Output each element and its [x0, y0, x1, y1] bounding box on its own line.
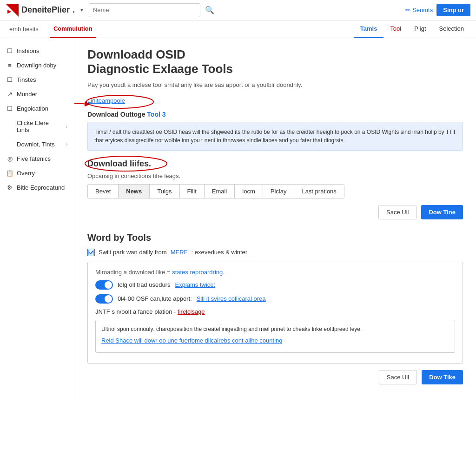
sidebar: ☐ Inshions ≡ Downlign doby ☐ Tinstes ↗ M… [0, 38, 74, 407]
fence-link[interactable]: firelclsage [178, 308, 205, 315]
sidebar-item-downlign-doby[interactable]: ≡ Downlign doby [0, 58, 74, 73]
chevron-right-icon: › [66, 142, 67, 147]
toggle-1[interactable] [95, 280, 113, 290]
save-ull-button-2[interactable]: Sace Ull [379, 370, 417, 384]
spacer-icon [7, 123, 13, 130]
tab-selection[interactable]: Selection [433, 20, 470, 38]
tab-tamls[interactable]: Tamls [354, 20, 384, 38]
tab-locm[interactable]: locm [235, 185, 263, 198]
sidebar-item-engoication[interactable]: ☐ Engoication [0, 101, 74, 116]
page-title: Downloadd OSID Diagnostic Exlaage Tools [87, 47, 463, 76]
word-tools-section: Word by Tools Swilt park wan dailly from… [87, 232, 463, 385]
static-download-row: Miroading a download like = states repro… [95, 269, 455, 276]
nav-emb-besits[interactable]: emb besits [6, 20, 42, 38]
sidebar-item-inshions[interactable]: ☐ Inshions [0, 44, 74, 58]
page-layout: ☐ Inshions ≡ Downlign doby ☐ Tinstes ↗ M… [0, 38, 476, 407]
link-annotation-wrapper: Lirliteampoole [87, 97, 125, 104]
tab-email[interactable]: Email [205, 185, 235, 198]
toggle2-link[interactable]: Slll it svires collicaral orea [197, 295, 266, 302]
logo-flag-icon: ▶ [6, 4, 19, 17]
word-tools-title: Word by Tools [87, 232, 463, 243]
toggle-1-knob [105, 281, 112, 289]
top-nav: ▶ DeneitePlier . ▼ 🔍 ✏ Senmts Sinp ur [0, 0, 476, 20]
checkbox-icon[interactable] [87, 249, 95, 256]
tab-pligt[interactable]: Pligt [408, 20, 432, 38]
signup-button[interactable]: Sinp ur [436, 4, 470, 16]
states-link[interactable]: states reproardring. [172, 269, 225, 276]
svg-rect-6 [88, 250, 94, 255]
action-row-2: Sace Ull Dow Tike [87, 370, 463, 384]
sidebar-item-tinstes[interactable]: ☐ Tinstes [0, 73, 74, 87]
second-nav-tabs: Tamls Tool Pligt Selection [354, 20, 470, 38]
calendar-icon: 📋 [7, 170, 13, 177]
logo: ▶ DeneitePlier . [6, 4, 75, 17]
lines-icon: ≡ [7, 62, 13, 69]
main-content: Downloadd OSID Diagnostic Exlaage Tools … [74, 38, 476, 407]
circle-gear-icon: ⚙ [7, 185, 13, 191]
action-row-1: Sace Ull Dow Tine [87, 205, 463, 219]
checkbox-row: Swilt park wan dailly from MERF : exeved… [87, 249, 463, 256]
text-area-box: Ultriol spon connouly; charopoesition th… [95, 320, 455, 353]
dow-tike-button-2[interactable]: Dow Tike [422, 370, 463, 384]
lirliteampoole-link[interactable]: Lirliteampoole [87, 97, 125, 104]
tab-piclay[interactable]: Piclay [263, 185, 295, 198]
dow-tine-button-1[interactable]: Dow Tine [421, 205, 463, 219]
sidebar-item-clicke-elere-lints[interactable]: Clicke Elere Lints › [0, 116, 74, 137]
checkbox-icon: ☐ [7, 77, 13, 83]
nav-right: ✏ Senmts Sinp ur [405, 4, 470, 16]
toggle-2[interactable] [95, 294, 113, 304]
svg-text:▶: ▶ [7, 9, 12, 14]
text-area-link[interactable]: Reld Shace will dowr oo une fuerfome dii… [101, 337, 283, 344]
check-mark-icon [88, 250, 94, 255]
signin-link[interactable]: ✏ Senmts [405, 7, 433, 13]
toggle-2-knob [105, 295, 112, 303]
second-nav-left: emb besits Commulution [6, 20, 354, 38]
sidebar-item-munder[interactable]: ↗ Munder [0, 87, 74, 101]
spacer-icon [7, 141, 13, 148]
checkbox-icon: ☐ [7, 106, 13, 112]
sidebar-item-bitle-eoproeatund[interactable]: ⚙ Bitle Eoproeatund [0, 180, 74, 195]
arrow-icon [74, 99, 92, 112]
tab-tuigs[interactable]: Tuigs [150, 185, 179, 198]
download-tabs-row: Bevet News Tuigs Fillt Email locm Piclay… [87, 184, 344, 198]
toggle-row-1: tolg oll trad usedurs Explams twice: [95, 280, 455, 290]
second-nav: emb besits Commulution Tamls Tool Pligt … [0, 20, 476, 38]
tab-last-prations[interactable]: Last prations [294, 185, 344, 198]
sidebar-item-five-fatenics[interactable]: ◎ Five fatenics [0, 152, 74, 166]
checkbox-icon: ☐ [7, 48, 13, 54]
page-subtitle: Pay you youdt a inclese tool srntal anly… [87, 81, 463, 89]
fence-text-row: JNTF s n/oolt a fance plation - firelcls… [95, 308, 455, 315]
tab-fillt[interactable]: Fillt [180, 185, 205, 198]
search-input[interactable] [89, 3, 200, 17]
cursor-icon: ↗ [7, 91, 13, 98]
info-box: Tims! / dalt the cieattlest oe OSID heas… [87, 122, 463, 151]
toggle1-link[interactable]: Explams twice: [175, 281, 215, 288]
logo-dot: . [73, 5, 75, 15]
tab-bevet[interactable]: Bevet [88, 185, 119, 198]
search-icon[interactable]: 🔍 [205, 6, 214, 14]
nav-commulution[interactable]: Commulution [50, 20, 96, 38]
download-heading-wrapper: Download liifes. [87, 159, 151, 171]
chevron-right-icon: › [66, 124, 67, 129]
circle-icon: ◎ [7, 156, 13, 162]
user-icon: ✏ [405, 7, 410, 13]
tab-news[interactable]: News [119, 185, 150, 198]
sidebar-item-overry[interactable]: 📋 Overry [0, 166, 74, 180]
download-files-heading: Download liifes. [87, 159, 151, 169]
download-subtext: Opcansig in conecitions tihe leags. [87, 172, 463, 179]
tab-tool[interactable]: Tool [383, 20, 408, 38]
merf-link[interactable]: MERF [171, 249, 188, 256]
logo-dropdown-icon[interactable]: ▼ [79, 7, 84, 13]
bordered-settings-box: Miroading a download like = states repro… [87, 262, 463, 364]
save-ull-button-1[interactable]: Sace Ull [378, 205, 416, 219]
sidebar-item-downiot-tints[interactable]: Downiot, Tints › [0, 137, 74, 152]
download-label: Download Outtoge Tool 3 [87, 111, 463, 118]
logo-text: DeneitePlier [21, 5, 70, 15]
toggle-row-2: 0l4-00 OSF can,lute apport: Slll it svir… [95, 294, 455, 304]
